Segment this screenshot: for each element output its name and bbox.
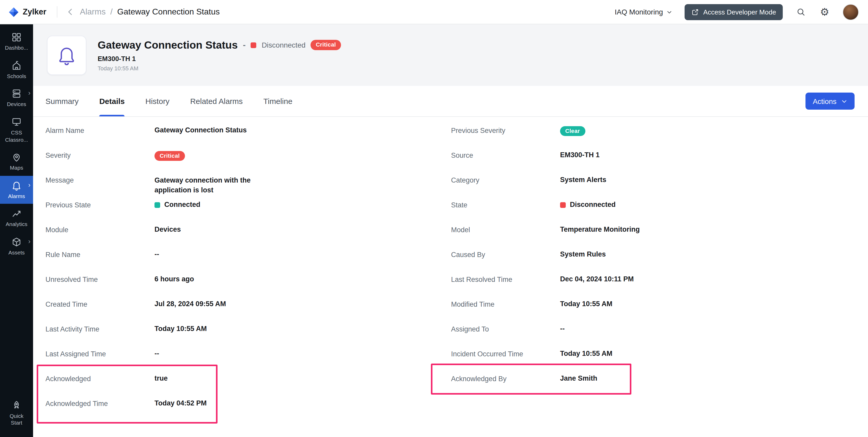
- detail-row: Rule Name--: [45, 250, 451, 275]
- breadcrumb-parent[interactable]: Alarms: [80, 7, 106, 17]
- detail-label: Last Activity Time: [45, 325, 154, 333]
- sidebar-item-label: Analytics: [6, 221, 27, 228]
- main-content: Gateway Connection Status - Disconnected…: [33, 24, 868, 437]
- device-name: EM300-TH 1: [98, 55, 341, 63]
- sidebar-item-maps[interactable]: Maps: [0, 147, 33, 176]
- devices-icon: [11, 89, 22, 99]
- detail-row: SourceEM300-TH 1: [451, 151, 640, 176]
- assets-icon: [11, 237, 22, 247]
- breadcrumb-back-button[interactable]: [64, 6, 76, 18]
- detail-value: Today 10:55 AM: [560, 300, 613, 308]
- detail-row: Caused BySystem Rules: [451, 250, 640, 275]
- detail-label: Unresolved Time: [45, 275, 154, 283]
- detail-row: Assigned To--: [451, 325, 640, 350]
- detail-value: --: [154, 250, 159, 258]
- sidebar-item-label: CSS Classro...: [2, 129, 32, 144]
- topbar-divider: [57, 6, 57, 18]
- detail-row: Created TimeJul 28, 2024 09:55 AM: [45, 300, 451, 325]
- settings-button[interactable]: ⚙: [819, 6, 830, 18]
- chevron-right-icon: ›: [28, 238, 30, 244]
- tab-details[interactable]: Details: [99, 86, 125, 116]
- alarm-bell-icon: [56, 45, 77, 65]
- detail-row: Unresolved Time6 hours ago: [45, 275, 451, 300]
- detail-row: Previous SeverityClear: [451, 126, 640, 151]
- workspace-selector[interactable]: IAQ Monitoring: [615, 8, 673, 16]
- access-developer-mode-button[interactable]: Access Developer Mode: [685, 4, 783, 20]
- tab-related-alarms[interactable]: Related Alarms: [190, 86, 243, 116]
- detail-row: Last Assigned Time--: [45, 350, 451, 374]
- chevron-left-icon: [65, 7, 75, 17]
- actions-button[interactable]: Actions: [805, 93, 855, 110]
- sidebar-item-label: Devices: [7, 101, 26, 108]
- actions-button-label: Actions: [813, 97, 836, 105]
- tab-timeline[interactable]: Timeline: [264, 86, 292, 116]
- detail-label: Last Assigned Time: [45, 350, 154, 358]
- detail-value: --: [560, 325, 565, 332]
- status-badge: Clear: [560, 126, 585, 136]
- sidebar-item-analytics[interactable]: Analytics: [0, 204, 33, 232]
- detail-row: MessageGateway connection with the appli…: [45, 176, 451, 201]
- state-color-square: [154, 202, 160, 208]
- detail-value: Disconnected: [570, 201, 616, 208]
- sidebar-item-alarms[interactable]: Alarms›: [0, 176, 33, 204]
- detail-label: Created Time: [45, 300, 154, 308]
- detail-row: Previous StateConnected: [45, 201, 451, 226]
- brand-logo[interactable]: Zylker: [8, 6, 46, 17]
- avatar[interactable]: [843, 4, 859, 20]
- map-pin-icon: [11, 152, 22, 163]
- chevron-right-icon: ›: [28, 90, 30, 96]
- topbar: Zylker Alarms / Gateway Connection Statu…: [0, 0, 868, 24]
- detail-label: Alarm Name: [45, 126, 154, 135]
- tabs-bar: SummaryDetailsHistoryRelated AlarmsTimel…: [33, 86, 868, 117]
- search-button[interactable]: [795, 6, 807, 18]
- tab-history[interactable]: History: [146, 86, 169, 116]
- detail-row: Last Activity TimeToday 10:55 AM: [45, 325, 451, 350]
- breadcrumb: Alarms / Gateway Connection Status: [80, 7, 220, 17]
- detail-value: Connected: [164, 201, 200, 208]
- sidebar-item-quick-start[interactable]: Quick Start: [0, 396, 33, 431]
- detail-value: Gateway Connection Status: [154, 126, 247, 134]
- detail-row: StateDisconnected: [451, 201, 640, 226]
- detail-row: Acknowledged TimeToday 04:52 PM: [45, 399, 451, 424]
- dashboard-icon: [11, 32, 22, 42]
- sidebar-item-devices[interactable]: Devices›: [0, 84, 33, 112]
- details-column-right: Previous SeverityClearSourceEM300-TH 1Ca…: [451, 126, 640, 424]
- workspace-label: IAQ Monitoring: [615, 8, 663, 16]
- alarm-title: Gateway Connection Status: [98, 39, 238, 51]
- detail-value: Temperature Monitoring: [560, 226, 640, 233]
- details-column-left: Alarm NameGateway Connection StatusSever…: [45, 126, 451, 424]
- tab-summary[interactable]: Summary: [45, 86, 79, 116]
- sidebar: Dashbo...SchoolsDevices›CSS Classro...Ma…: [0, 24, 33, 437]
- sidebar-item-schools[interactable]: Schools: [0, 56, 33, 84]
- tab-label: History: [146, 97, 169, 106]
- detail-label: Last Resolved Time: [451, 275, 560, 283]
- detail-label: State: [451, 201, 560, 209]
- detail-value: Dec 04, 2024 10:11 PM: [560, 275, 634, 283]
- tab-label: Summary: [45, 97, 79, 106]
- sidebar-item-label: Alarms: [8, 193, 25, 200]
- sidebar-item-dashboards[interactable]: Dashbo...: [0, 27, 33, 56]
- detail-value: true: [154, 374, 168, 382]
- detail-label: Module: [45, 226, 154, 234]
- chevron-down-icon: [666, 9, 672, 15]
- sidebar-item-assets[interactable]: Assets›: [0, 232, 33, 260]
- bell-icon: [11, 180, 22, 191]
- detail-label: Severity: [45, 151, 154, 159]
- detail-row: CategorySystem Alerts: [451, 176, 640, 201]
- detail-value: 6 hours ago: [154, 275, 194, 283]
- breadcrumb-separator: /: [110, 7, 113, 17]
- tabs: SummaryDetailsHistoryRelated AlarmsTimel…: [45, 86, 313, 116]
- detail-row: ModuleDevices: [45, 226, 451, 250]
- search-icon: [796, 7, 805, 17]
- zylker-logo-icon: [8, 6, 19, 17]
- school-icon: [11, 60, 22, 70]
- detail-label: Message: [45, 176, 154, 184]
- sidebar-item-label: Quick Start: [6, 412, 27, 427]
- detail-value: EM300-TH 1: [560, 151, 599, 159]
- detail-label: Assigned To: [451, 325, 560, 333]
- detail-label: Modified Time: [451, 300, 560, 308]
- detail-label: Category: [451, 176, 560, 184]
- app-window: Zylker Alarms / Gateway Connection Statu…: [0, 0, 868, 437]
- sidebar-item-css-classrooms[interactable]: CSS Classro...: [0, 112, 33, 148]
- detail-label: Source: [451, 151, 560, 159]
